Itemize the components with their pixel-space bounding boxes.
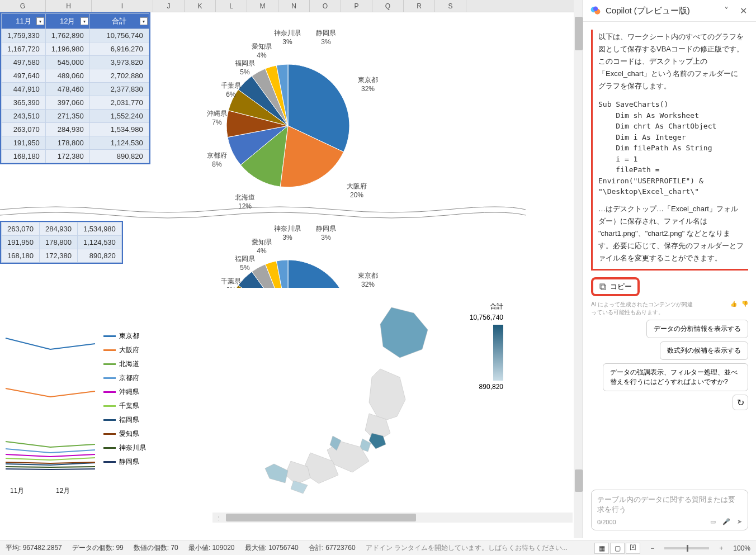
svg-point-2 bbox=[593, 7, 598, 11]
table-cell[interactable]: 178,800 bbox=[45, 136, 89, 150]
table-cell[interactable]: 1,534,980 bbox=[78, 222, 122, 236]
column-header[interactable]: P bbox=[341, 0, 372, 12]
column-header[interactable]: N bbox=[278, 0, 310, 12]
table-cell[interactable]: 890,820 bbox=[89, 150, 149, 163]
table-cell[interactable]: 243,510 bbox=[2, 110, 46, 123]
column-header[interactable]: M bbox=[247, 0, 278, 12]
table-cell[interactable]: 1,167,720 bbox=[2, 42, 46, 56]
copilot-title: Copilot (プレビュー版) bbox=[606, 6, 716, 16]
data-table-upper[interactable]: 11月▾12月▾合計▾1,759,3301,762,89010,756,7401… bbox=[0, 12, 150, 164]
svg-rect-4 bbox=[601, 285, 606, 290]
table-cell[interactable]: 263,070 bbox=[2, 222, 40, 236]
table-cell[interactable]: 497,580 bbox=[2, 56, 46, 69]
table-cell[interactable]: 191,950 bbox=[2, 136, 46, 150]
table-cell[interactable]: 1,534,980 bbox=[89, 123, 149, 136]
pie-label: 神奈川県3% bbox=[274, 224, 301, 241]
column-header[interactable]: J bbox=[153, 0, 185, 12]
vertical-scrollbar[interactable] bbox=[574, 0, 583, 538]
table-cell[interactable]: 168,180 bbox=[2, 150, 46, 163]
stat-min: 最小値: 109020 bbox=[188, 543, 235, 553]
table-cell[interactable]: 3,973,820 bbox=[89, 56, 149, 69]
table-cell[interactable]: 1,124,530 bbox=[89, 136, 149, 150]
send-icon[interactable]: ➤ bbox=[737, 518, 742, 525]
x-tick: 11月 bbox=[10, 486, 24, 496]
table-cell[interactable]: 890,820 bbox=[78, 249, 122, 263]
column-header[interactable]: K bbox=[185, 0, 216, 12]
response-outro: …はデスクトップ…「Excel_chart」フォルダー）に保存され、ファイル名は… bbox=[598, 203, 744, 264]
table-cell[interactable]: 10,756,740 bbox=[89, 29, 149, 42]
table-cell[interactable]: 2,377,830 bbox=[89, 83, 149, 96]
table-cell[interactable]: 1,196,980 bbox=[45, 42, 89, 56]
pie-label: 千葉県6% bbox=[221, 81, 241, 98]
zoom-in-icon[interactable]: + bbox=[719, 544, 723, 552]
refresh-button[interactable]: ↻ bbox=[733, 395, 748, 410]
table-header[interactable]: 12月▾ bbox=[45, 14, 89, 29]
pie-label: 京都府8% bbox=[207, 151, 227, 168]
table-cell[interactable]: 2,702,880 bbox=[89, 69, 149, 83]
table-cell[interactable]: 172,380 bbox=[45, 150, 89, 163]
table-cell[interactable]: 168,180 bbox=[2, 249, 40, 263]
table-cell[interactable]: 1,124,530 bbox=[78, 236, 122, 249]
column-header[interactable]: R bbox=[404, 0, 435, 12]
pie-label: 北海道12% bbox=[235, 193, 255, 210]
zoom-out-icon[interactable]: − bbox=[650, 544, 654, 552]
table-cell[interactable]: 545,000 bbox=[45, 56, 89, 69]
table-cell[interactable]: 178,800 bbox=[40, 236, 78, 249]
view-pagelayout-icon[interactable]: ▢ bbox=[610, 543, 625, 554]
suggestion-button[interactable]: 数式列の候補を表示する bbox=[660, 341, 748, 360]
table-cell[interactable]: 263,070 bbox=[2, 123, 46, 136]
column-header[interactable]: H bbox=[46, 0, 92, 12]
legend-item: 沖縄県 bbox=[103, 387, 146, 397]
thumbs-up-icon[interactable]: 👍 bbox=[730, 301, 737, 307]
table-header[interactable]: 11月▾ bbox=[2, 14, 46, 29]
table-cell[interactable]: 6,916,270 bbox=[89, 42, 149, 56]
column-header[interactable]: L bbox=[216, 0, 247, 12]
table-cell[interactable]: 478,460 bbox=[45, 83, 89, 96]
close-icon[interactable]: ✕ bbox=[737, 4, 749, 17]
stat-addin: アドイン ランタイムを開始しています。しばらくお待ちください... bbox=[366, 543, 568, 553]
pie-label: 大阪府20% bbox=[347, 182, 367, 199]
map-chart[interactable]: 合計 10,756,740 890,820 bbox=[212, 296, 514, 509]
table-cell[interactable]: 489,060 bbox=[45, 69, 89, 83]
table-cell[interactable]: 447,910 bbox=[2, 83, 46, 96]
data-table-lower[interactable]: 263,070284,9301,534,980191,950178,8001,1… bbox=[0, 221, 123, 264]
column-header[interactable]: O bbox=[310, 0, 341, 12]
view-pagebreak-icon[interactable]: 凹 bbox=[626, 543, 640, 554]
spreadsheet-area[interactable]: GHIJKLMNOPQRS 11月▾12月▾合計▾1,759,3301,762,… bbox=[0, 0, 583, 538]
book-icon[interactable]: ▭ bbox=[710, 518, 716, 525]
table-cell[interactable]: 497,640 bbox=[2, 69, 46, 83]
table-cell[interactable]: 172,380 bbox=[40, 249, 78, 263]
stat-max: 最大値: 10756740 bbox=[245, 543, 299, 553]
column-header[interactable]: I bbox=[92, 0, 153, 12]
suggestion-button[interactable]: データの強調表示、フィルター処理、並べ替えを行うにはどうすればよいですか? bbox=[603, 363, 748, 391]
table-cell[interactable]: 1,762,890 bbox=[45, 29, 89, 42]
table-cell[interactable]: 271,350 bbox=[45, 110, 89, 123]
view-normal-icon[interactable]: ▦ bbox=[594, 543, 609, 554]
zoom-slider[interactable] bbox=[664, 547, 709, 549]
thumbs-down-icon[interactable]: 👎 bbox=[741, 301, 748, 307]
table-cell[interactable]: 191,950 bbox=[2, 236, 40, 249]
column-header[interactable]: S bbox=[435, 0, 466, 12]
table-cell[interactable]: 284,930 bbox=[45, 123, 89, 136]
suggestion-button[interactable]: データの分析情報を表示する bbox=[646, 320, 748, 338]
horizontal-scrollbar[interactable]: ⋮ bbox=[212, 513, 573, 523]
table-cell[interactable]: 1,759,330 bbox=[2, 29, 46, 42]
pie-chart-fragment[interactable]: 東京都32%大阪府20%北海道12%京都府8%沖縄県7%千葉県6%福岡県5%愛知… bbox=[201, 221, 414, 288]
column-header[interactable]: Q bbox=[372, 0, 404, 12]
copy-icon bbox=[599, 283, 607, 291]
table-cell[interactable]: 2,031,770 bbox=[89, 96, 149, 110]
table-cell[interactable]: 284,930 bbox=[40, 222, 78, 236]
copy-button[interactable]: コピー bbox=[591, 277, 640, 296]
mic-icon[interactable]: 🎤 bbox=[722, 518, 730, 525]
table-header[interactable]: 合計▾ bbox=[89, 14, 149, 29]
line-chart[interactable]: 11月 12月 東京都大阪府北海道京都府沖縄県千葉県福岡県愛知県神奈川県静岡県 bbox=[0, 327, 157, 500]
legend-item: 東京都 bbox=[103, 331, 146, 341]
table-cell[interactable]: 397,060 bbox=[45, 96, 89, 110]
copilot-logo-icon bbox=[590, 5, 601, 16]
table-cell[interactable]: 1,552,240 bbox=[89, 110, 149, 123]
pie-chart[interactable]: 東京都32%大阪府20%北海道12%京都府8%沖縄県7%千葉県6%福岡県5%愛知… bbox=[201, 25, 414, 215]
column-header[interactable]: G bbox=[0, 0, 46, 12]
chevron-down-icon[interactable]: ˅ bbox=[720, 4, 733, 17]
table-cell[interactable]: 365,390 bbox=[2, 96, 46, 110]
copilot-input[interactable]: テーブル内のデータに関する質問または要求を行う 0/2000 ▭ 🎤 ➤ bbox=[591, 490, 748, 530]
